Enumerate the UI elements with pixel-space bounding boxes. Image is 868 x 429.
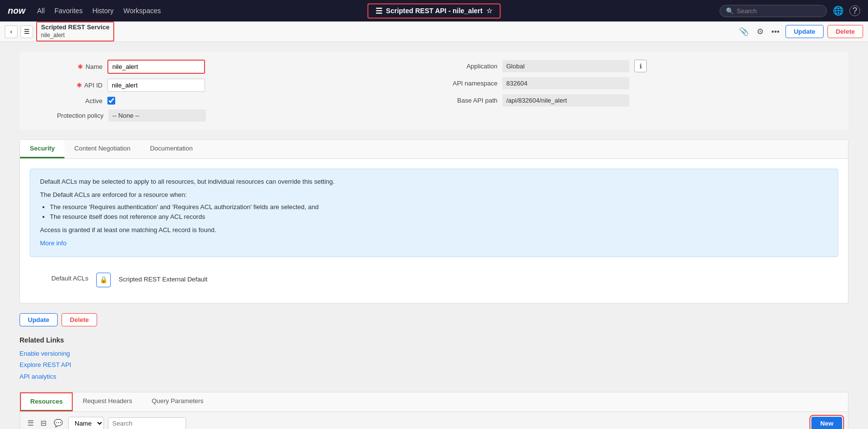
application-row: Application Global ℹ: [444, 60, 819, 72]
toolbar-columns-icon[interactable]: ☰: [26, 417, 35, 429]
top-navigation: now All Favorites History Workspaces ☰ S…: [0, 0, 868, 21]
default-acls-label: Default ACLs: [30, 273, 88, 282]
main-tabs-container: Security Content Negotiation Documentati…: [20, 139, 848, 303]
globe-icon[interactable]: 🌐: [833, 5, 844, 16]
active-row: ✱ Active: [49, 97, 424, 105]
table-toolbar: ☰ ⊟ 💬 Name New: [20, 412, 848, 429]
protection-policy-row: ✱ Protection policy -- None --: [49, 109, 424, 122]
hamburger-icon: ☰: [375, 6, 382, 16]
api-namespace-row: API namespace 832604: [444, 77, 819, 89]
update-button[interactable]: Update: [20, 313, 58, 326]
main-content: ✱ Name ✱ API ID ✱ Active: [0, 42, 868, 429]
acl-name: Scripted REST External Default: [119, 273, 207, 283]
toolbar-refresh-icon[interactable]: 💬: [52, 417, 64, 429]
name-input[interactable]: [107, 60, 205, 74]
header-update-button[interactable]: Update: [785, 25, 824, 38]
active-label: ✱ Active: [49, 97, 103, 105]
more-info-link[interactable]: More info: [40, 238, 828, 249]
header-right-actions: 📎 ⚙ ••• Update Delete: [737, 25, 863, 38]
api-id-input[interactable]: [107, 79, 205, 92]
nav-history[interactable]: History: [92, 7, 114, 15]
api-namespace-value: 832604: [502, 77, 629, 89]
search-icon: 🔍: [726, 7, 734, 15]
toolbar-filter-icon[interactable]: ⊟: [39, 417, 48, 429]
app-logo: now: [8, 6, 25, 16]
center-title-banner: ☰ Scripted REST API - nile_alert ☆: [368, 3, 501, 19]
protection-policy-label: ✱ Protection policy: [49, 112, 103, 119]
form-left: ✱ Name ✱ API ID ✱ Active: [49, 60, 424, 122]
search-input[interactable]: [737, 7, 821, 15]
help-icon[interactable]: ?: [849, 5, 860, 16]
bottom-tab-resources[interactable]: Resources: [20, 392, 73, 411]
breadcrumb-bar: ‹ ☰ Scripted REST Service nile_alert 📎 ⚙…: [0, 21, 868, 42]
nav-workspaces[interactable]: Workspaces: [124, 7, 161, 15]
name-label: ✱ Name: [49, 63, 103, 70]
main-tab-header: Security Content Negotiation Documentati…: [20, 140, 848, 159]
acl-lock-button[interactable]: 🔒: [96, 273, 111, 287]
protection-policy-value: -- None --: [108, 109, 206, 122]
base-api-path-label: Base API path: [444, 97, 497, 104]
toolbar-search-input[interactable]: [108, 417, 186, 429]
center-title-text: Scripted REST API - nile_alert: [386, 7, 483, 15]
application-value: Global: [502, 60, 629, 72]
delete-button[interactable]: Delete: [62, 313, 97, 326]
related-links-section: Related Links Enable versioning Explore …: [20, 336, 848, 382]
nav-favorites[interactable]: Favorites: [55, 7, 83, 15]
breadcrumb-line2: nile_alert: [41, 32, 109, 40]
required-star2: ✱: [77, 82, 82, 89]
application-label: Application: [444, 63, 497, 70]
form-action-buttons: Update Delete: [20, 313, 848, 326]
more-options-icon[interactable]: •••: [769, 25, 782, 38]
api-id-label: ✱ API ID: [49, 82, 103, 89]
breadcrumb-line1: Scripted REST Service: [41, 23, 109, 32]
global-search-box[interactable]: 🔍: [720, 5, 827, 17]
explore-rest-api-link[interactable]: Explore REST API: [20, 359, 848, 370]
info-line1: Default ACLs may be selected to apply to…: [40, 177, 828, 187]
active-checkbox[interactable]: [107, 97, 115, 105]
tab-documentation[interactable]: Documentation: [140, 140, 202, 158]
top-nav-right: 🔍 🌐 ?: [720, 5, 860, 17]
nav-all[interactable]: All: [37, 7, 45, 15]
bottom-tabs-container: Resources Request Headers Query Paramete…: [20, 392, 848, 429]
tab-content-negotiation[interactable]: Content Negotiation: [64, 140, 140, 158]
back-button[interactable]: ‹: [5, 25, 18, 38]
base-api-path-value: /api/832604/nile_alert: [502, 94, 629, 107]
default-acl-row: Default ACLs 🔒 Scripted REST External De…: [30, 267, 838, 293]
info-line2: The Default ACLs are enforced for a reso…: [40, 190, 828, 200]
menu-button[interactable]: ☰: [21, 25, 33, 38]
favorite-star-icon[interactable]: ☆: [486, 7, 493, 15]
security-info-box: Default ACLs may be selected to apply to…: [30, 169, 838, 257]
tab-security-content: Default ACLs may be selected to apply to…: [20, 159, 848, 303]
info-bullet1: The resource 'Requires authentication' a…: [50, 202, 828, 213]
breadcrumb: Scripted REST Service nile_alert: [36, 21, 114, 41]
header-delete-button[interactable]: Delete: [827, 25, 863, 38]
base-api-path-row: Base API path /api/832604/nile_alert: [444, 94, 819, 107]
form-right: Application Global ℹ API namespace 83260…: [444, 60, 819, 122]
tab-security[interactable]: Security: [20, 140, 64, 158]
form-section: ✱ Name ✱ API ID ✱ Active: [20, 52, 848, 129]
toolbar-column-select[interactable]: Name: [68, 417, 104, 429]
info-bullet2: The resource itself does not reference a…: [50, 212, 828, 222]
nav-links: All Favorites History Workspaces: [37, 7, 161, 15]
enable-versioning-link[interactable]: Enable versioning: [20, 348, 848, 359]
required-star: ✱: [78, 63, 83, 70]
settings-icon[interactable]: ⚙: [755, 25, 765, 38]
api-namespace-label: API namespace: [444, 80, 497, 87]
new-button[interactable]: New: [811, 417, 842, 429]
related-links-title: Related Links: [20, 336, 848, 344]
name-row: ✱ Name: [49, 60, 424, 74]
api-analytics-link[interactable]: API analytics: [20, 371, 848, 382]
bottom-tab-header: Resources Request Headers Query Paramete…: [20, 392, 848, 412]
application-info-button[interactable]: ℹ: [634, 60, 647, 72]
bottom-tab-request-headers[interactable]: Request Headers: [73, 392, 142, 411]
info-line3: Access is granted if at least one matchi…: [40, 225, 828, 236]
bottom-tab-query-parameters[interactable]: Query Parameters: [142, 392, 213, 411]
attachment-icon[interactable]: 📎: [737, 25, 751, 38]
form-grid: ✱ Name ✱ API ID ✱ Active: [20, 52, 848, 129]
api-id-row: ✱ API ID: [49, 79, 424, 92]
